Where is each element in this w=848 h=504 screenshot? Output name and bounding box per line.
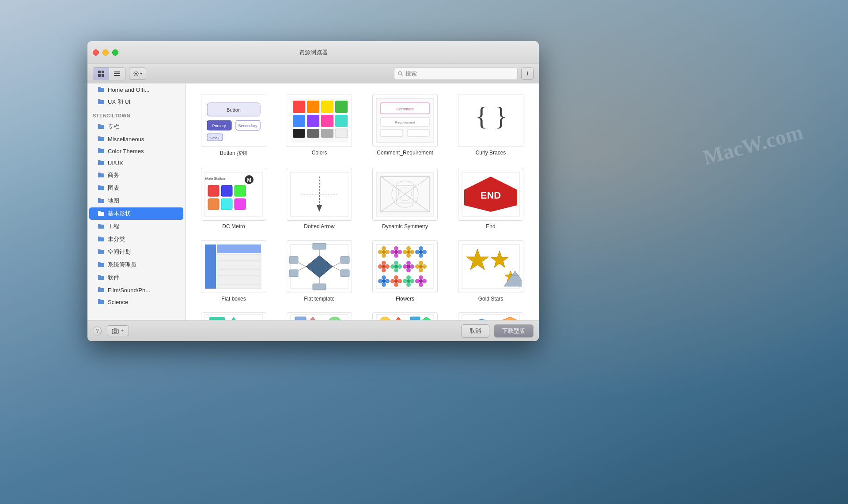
list-item[interactable]: Button Primary Secondary Small Button 按钮 xyxy=(193,90,275,161)
list-item[interactable]: Flowers xyxy=(364,237,446,305)
sidebar-item-engineering[interactable]: 工程 xyxy=(89,220,183,233)
svg-line-9 xyxy=(401,75,402,75)
list-item[interactable] xyxy=(450,309,532,320)
list-item[interactable]: Comment Requirement Comment_Requirement xyxy=(364,90,446,161)
svg-point-141 xyxy=(419,275,423,280)
sidebar-item-science[interactable]: Science xyxy=(89,296,183,308)
minimize-button[interactable] xyxy=(102,49,109,56)
list-item[interactable]: Flat template xyxy=(278,237,360,305)
sidebar-item-ux-ui[interactable]: UX 和 UI xyxy=(89,96,183,108)
grid-view-button[interactable] xyxy=(93,68,109,80)
sidebar-label: 软件 xyxy=(108,274,119,282)
search-input[interactable] xyxy=(405,70,514,77)
svg-point-104 xyxy=(415,250,420,254)
thumbnail-colors xyxy=(287,94,352,147)
sidebar-label: UI/UX xyxy=(108,160,123,166)
info-button[interactable]: i xyxy=(521,68,534,80)
svg-rect-46 xyxy=(235,199,246,210)
sidebar-item-uncategorized[interactable]: 未分类 xyxy=(89,233,183,245)
sidebar-item-charts[interactable]: 图表 xyxy=(89,182,183,194)
svg-point-113 xyxy=(394,268,398,272)
sidebar-item-color-themes[interactable]: Color Themes xyxy=(89,145,183,157)
svg-point-95 xyxy=(394,250,398,254)
svg-point-114 xyxy=(390,264,395,269)
list-view-button[interactable] xyxy=(109,68,125,80)
svg-point-98 xyxy=(406,253,411,258)
sidebar-label: UX 和 UI xyxy=(108,98,130,106)
svg-point-125 xyxy=(419,265,423,268)
svg-rect-153 xyxy=(209,317,225,320)
svg-rect-29 xyxy=(321,129,333,138)
svg-rect-65 xyxy=(217,244,261,253)
thumbnail-flowers xyxy=(372,240,438,293)
svg-rect-6 xyxy=(114,75,120,76)
sidebar-item-ui-ux[interactable]: UI/UX xyxy=(89,157,183,169)
sidebar-label: Miscellaneous xyxy=(108,136,144,143)
sidebar-label: 空间计划 xyxy=(108,248,131,256)
sidebar-item-column[interactable]: 专栏 xyxy=(89,120,183,133)
svg-text:Comment: Comment xyxy=(396,107,414,111)
window-title: 资源浏览器 xyxy=(299,49,328,56)
svg-point-128 xyxy=(382,282,386,287)
svg-point-102 xyxy=(422,250,427,254)
sidebar-item-basic-shapes[interactable]: 基本形状 xyxy=(89,207,183,220)
sidebar-item-home-office[interactable]: Home and Offi... xyxy=(89,84,183,95)
svg-point-89 xyxy=(378,250,382,254)
sidebar-item-sysadmin[interactable]: 系统管理员 xyxy=(89,259,183,271)
list-item[interactable] xyxy=(364,309,446,320)
svg-point-118 xyxy=(406,268,411,272)
sidebar-item-software[interactable]: 软件 xyxy=(89,271,183,284)
list-item[interactable] xyxy=(193,309,275,320)
thumbnail-geo3 xyxy=(372,312,438,320)
close-button[interactable] xyxy=(93,49,99,56)
stencil-grid: Button Primary Secondary Small Button 按钮 xyxy=(193,90,532,320)
svg-text:END: END xyxy=(481,190,501,201)
svg-point-138 xyxy=(406,282,411,287)
sidebar-item-maps[interactable]: 地图 xyxy=(89,195,183,207)
thumbnail-flat-boxes xyxy=(201,240,266,293)
thumbnail-comment: Comment Requirement xyxy=(372,94,438,147)
list-item[interactable]: Flat boxes xyxy=(193,237,275,305)
svg-point-135 xyxy=(394,279,398,283)
svg-rect-25 xyxy=(321,115,333,127)
download-button[interactable]: 下载型版 xyxy=(494,324,534,338)
svg-point-142 xyxy=(422,279,427,283)
maximize-button[interactable] xyxy=(112,49,118,56)
svg-rect-30 xyxy=(335,129,348,138)
folder-icon xyxy=(98,274,104,281)
list-item[interactable]: M Main Station DC Metro xyxy=(193,164,275,233)
svg-point-96 xyxy=(406,246,411,251)
cancel-button[interactable]: 取消 xyxy=(461,324,489,338)
list-item[interactable]: Colors xyxy=(278,90,360,161)
sidebar-label: 商务 xyxy=(108,171,119,179)
svg-point-123 xyxy=(419,268,423,272)
search-bar xyxy=(394,68,518,80)
svg-point-93 xyxy=(394,253,398,258)
svg-point-140 xyxy=(407,279,410,283)
thumbnail-curly-braces: { } xyxy=(458,94,523,147)
sidebar-label: Home and Offi... xyxy=(108,87,149,93)
folder-icon xyxy=(98,236,104,243)
svg-point-105 xyxy=(419,250,423,254)
sidebar-item-space-planning[interactable]: 空间计划 xyxy=(89,246,183,258)
list-item[interactable]: Gold Stars xyxy=(450,237,532,305)
sidebar-item-misc[interactable]: Miscellaneous xyxy=(89,133,183,145)
svg-rect-4 xyxy=(114,71,120,72)
settings-button[interactable]: ▾ xyxy=(129,68,146,80)
sidebar-label: 基本形状 xyxy=(108,210,131,218)
list-item[interactable]: Dynamic Symmetry xyxy=(364,164,446,233)
camera-button[interactable]: + xyxy=(107,325,129,336)
list-item[interactable]: { } Curly Braces xyxy=(450,90,532,161)
folder-icon xyxy=(98,123,104,130)
folder-icon xyxy=(98,286,104,293)
search-icon xyxy=(398,71,403,76)
svg-rect-80 xyxy=(289,270,298,277)
svg-point-115 xyxy=(394,265,398,268)
list-item[interactable]: Dotted Arrow xyxy=(278,164,360,233)
help-button[interactable]: ? xyxy=(93,327,102,335)
list-item[interactable] xyxy=(278,309,360,320)
sidebar-section-header: STENCILTOWN xyxy=(87,109,185,120)
list-item[interactable]: END End xyxy=(450,164,532,233)
sidebar-item-business[interactable]: 商务 xyxy=(89,169,183,181)
sidebar-item-film-sound[interactable]: Film/Sound/Ph... xyxy=(89,284,183,296)
